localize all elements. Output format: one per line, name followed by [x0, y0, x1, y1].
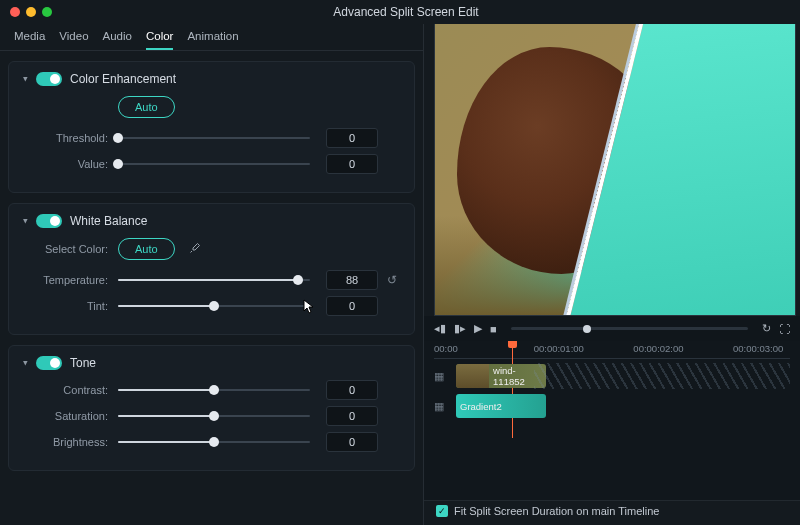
value-label: Value: [23, 158, 118, 170]
panel-white-balance: ▸ White Balance Select Color: Auto Tempe… [8, 203, 415, 335]
timeline-disabled-region [534, 363, 790, 389]
panel-title: White Balance [70, 214, 147, 228]
tab-color[interactable]: Color [146, 30, 173, 50]
fullscreen-icon[interactable]: ⛶ [779, 323, 790, 335]
fit-duration-checkbox[interactable]: ✓ [436, 505, 448, 517]
tint-value-input[interactable]: 0 [326, 296, 378, 316]
title-bar: Advanced Split Screen Edit [0, 0, 800, 24]
stop-button[interactable]: ■ [490, 323, 497, 335]
brightness-slider[interactable] [118, 435, 310, 449]
ruler-tick: 00:00:01:00 [534, 343, 584, 354]
temperature-label: Temperature: [23, 274, 118, 286]
window-title: Advanced Split Screen Edit [52, 5, 800, 19]
minimize-window-button[interactable] [26, 7, 36, 17]
play-button[interactable]: ▶ [474, 322, 482, 335]
clip-gradient[interactable]: Gradient2 [456, 394, 546, 418]
panel-color-enhancement: ▸ Color Enhancement Auto Threshold: [8, 61, 415, 193]
clip-wind[interactable]: wind-111852 [456, 364, 546, 388]
ruler-tick: 00:00:02:00 [633, 343, 683, 354]
prev-frame-button[interactable]: ◂▮ [434, 322, 446, 335]
reset-icon[interactable]: ↺ [384, 273, 400, 287]
tab-audio[interactable]: Audio [103, 30, 132, 50]
temperature-value-input[interactable]: 88 [326, 270, 378, 290]
panel-title: Color Enhancement [70, 72, 176, 86]
clip-label: Gradient2 [456, 401, 502, 412]
timeline-ruler[interactable]: 00:00 00:00:01:00 00:00:02:00 00:00:03:0… [434, 341, 790, 359]
clip-thumbnail [456, 364, 489, 388]
video-track-icon: ▦ [434, 370, 450, 383]
value-value-input[interactable]: 0 [326, 154, 378, 174]
tone-toggle[interactable] [36, 356, 62, 370]
chevron-down-icon[interactable]: ▸ [21, 219, 31, 224]
preview-canvas[interactable] [434, 24, 796, 316]
tab-bar: Media Video Audio Color Animation [0, 24, 423, 51]
threshold-value-input[interactable]: 0 [326, 128, 378, 148]
chevron-down-icon[interactable]: ▸ [21, 77, 31, 82]
white-balance-toggle[interactable] [36, 214, 62, 228]
auto-button[interactable]: Auto [118, 238, 175, 260]
panel-title: Tone [70, 356, 96, 370]
tab-media[interactable]: Media [14, 30, 45, 50]
fit-duration-label: Fit Split Screen Duration on main Timeli… [454, 505, 659, 517]
timeline: 00:00 00:00:01:00 00:00:02:00 00:00:03:0… [424, 341, 800, 500]
eyedropper-icon[interactable] [189, 242, 201, 257]
window-controls [0, 7, 52, 17]
temperature-slider[interactable] [118, 273, 310, 287]
ruler-tick: 00:00:03:00 [733, 343, 783, 354]
panel-tone: ▸ Tone Contrast: 0 [8, 345, 415, 471]
loop-icon[interactable]: ↻ [762, 322, 771, 335]
color-enhancement-toggle[interactable] [36, 72, 62, 86]
saturation-label: Saturation: [23, 410, 118, 422]
chevron-down-icon[interactable]: ▸ [21, 361, 31, 366]
ruler-tick: 00:00 [434, 343, 458, 354]
value-slider[interactable] [118, 157, 310, 171]
auto-button[interactable]: Auto [118, 96, 175, 118]
transport-bar: ◂▮ ▮▸ ▶ ■ ↻ ⛶ [424, 316, 800, 341]
brightness-value-input[interactable]: 0 [326, 432, 378, 452]
next-frame-button[interactable]: ▮▸ [454, 322, 466, 335]
video-track-icon: ▦ [434, 400, 450, 413]
playback-progress[interactable] [511, 327, 748, 330]
select-color-label: Select Color: [23, 243, 118, 255]
threshold-label: Threshold: [23, 132, 118, 144]
close-window-button[interactable] [10, 7, 20, 17]
tab-video[interactable]: Video [59, 30, 88, 50]
footer-bar: ✓ Fit Split Screen Duration on main Time… [424, 500, 800, 525]
tint-label: Tint: [23, 300, 118, 312]
contrast-label: Contrast: [23, 384, 118, 396]
contrast-value-input[interactable]: 0 [326, 380, 378, 400]
tint-slider[interactable] [118, 299, 310, 313]
saturation-value-input[interactable]: 0 [326, 406, 378, 426]
saturation-slider[interactable] [118, 409, 310, 423]
maximize-window-button[interactable] [42, 7, 52, 17]
brightness-label: Brightness: [23, 436, 118, 448]
threshold-slider[interactable] [118, 131, 310, 145]
contrast-slider[interactable] [118, 383, 310, 397]
tab-animation[interactable]: Animation [187, 30, 238, 50]
